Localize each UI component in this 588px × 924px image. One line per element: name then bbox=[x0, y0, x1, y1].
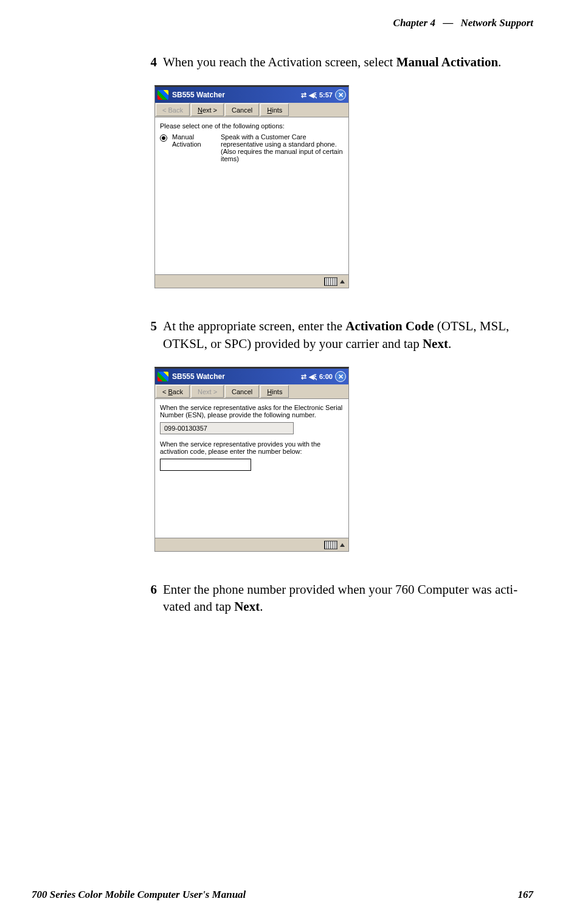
pda1-tray: ⇄ ◀ξ 5:57 ✕ bbox=[301, 89, 346, 100]
header-chapter-num: 4 bbox=[431, 17, 436, 29]
step-4-pre: When you reach the Activation screen, se… bbox=[163, 55, 396, 69]
pda2-time: 6:00 bbox=[319, 373, 333, 380]
pda2-toolbar: < Back Next > Cancel Hints bbox=[155, 384, 348, 399]
cancel-button[interactable]: Cancel bbox=[225, 103, 259, 116]
input-panel-arrow-icon[interactable] bbox=[340, 543, 345, 547]
next-button: Next > bbox=[191, 385, 224, 398]
pda-1: SB555 Watcher ⇄ ◀ξ 5:57 ✕ < Back Next > … bbox=[154, 85, 349, 288]
pda1-body: Please select one of the following optio… bbox=[155, 117, 348, 274]
step-4-post: . bbox=[498, 55, 501, 69]
step-6-num: 6 bbox=[142, 581, 157, 616]
pda1-title: SB555 Watcher bbox=[172, 91, 301, 99]
step-5-text: At the appropriate screen, enter the Act… bbox=[163, 318, 533, 352]
footer-page-number: 167 bbox=[518, 889, 534, 901]
step-4: 4 When you reach the Activation screen, … bbox=[142, 54, 533, 71]
step-6-pre: Enter the phone number provided when you… bbox=[163, 582, 517, 614]
option-label: Manual Activation bbox=[172, 133, 216, 162]
option-manual-activation[interactable]: Manual Activation Speak with a Customer … bbox=[160, 133, 344, 162]
step-5-bold2: Next bbox=[423, 336, 448, 351]
step-6-bold: Next bbox=[234, 599, 260, 614]
volume-icon[interactable]: ◀ξ bbox=[309, 373, 317, 381]
pda1-time: 5:57 bbox=[319, 91, 333, 99]
header-sep: — bbox=[443, 17, 453, 29]
step-5-post: . bbox=[448, 336, 451, 351]
esn-prompt: When the service representative asks for… bbox=[160, 404, 344, 419]
connectivity-icon[interactable]: ⇄ bbox=[301, 373, 306, 381]
pda1-toolbar: < Back Next > Cancel Hints bbox=[155, 103, 348, 117]
step-4-num: 4 bbox=[142, 54, 157, 71]
screenshot-2: SB555 Watcher ⇄ ◀ξ 6:00 ✕ < Back Next > … bbox=[154, 367, 533, 552]
step-5-pre: At the appropriate screen, enter the bbox=[163, 319, 345, 333]
start-flag-icon[interactable] bbox=[157, 90, 168, 100]
pda-2: SB555 Watcher ⇄ ◀ξ 6:00 ✕ < Back Next > … bbox=[154, 367, 349, 552]
header-chapter: Chapter bbox=[393, 17, 428, 29]
step-5: 5 At the appropriate screen, enter the A… bbox=[142, 318, 533, 352]
step-4-bold: Manual Activation bbox=[396, 55, 498, 69]
step-5-num: 5 bbox=[142, 318, 157, 352]
cancel-button[interactable]: Cancel bbox=[225, 385, 259, 398]
next-button[interactable]: Next > bbox=[191, 103, 224, 116]
pda2-tray: ⇄ ◀ξ 6:00 ✕ bbox=[301, 371, 346, 382]
activation-code-input[interactable] bbox=[160, 459, 251, 471]
pda2-bottombar bbox=[155, 538, 348, 551]
step-6-post: . bbox=[260, 599, 263, 614]
pda2-titlebar: SB555 Watcher ⇄ ◀ξ 6:00 ✕ bbox=[155, 369, 348, 384]
back-button: < Back bbox=[156, 103, 190, 116]
footer-manual-title: 700 Series Color Mobile Computer User's … bbox=[32, 889, 246, 901]
keyboard-icon[interactable] bbox=[324, 277, 337, 286]
step-5-bold1: Activation Code bbox=[345, 319, 434, 333]
pda1-titlebar: SB555 Watcher ⇄ ◀ξ 5:57 ✕ bbox=[155, 87, 348, 103]
start-flag-icon[interactable] bbox=[157, 372, 168, 381]
keyboard-icon[interactable] bbox=[324, 541, 337, 549]
step-6: 6 Enter the phone number provided when y… bbox=[142, 581, 533, 616]
hints-button[interactable]: Hints bbox=[260, 103, 289, 116]
step-6-text: Enter the phone number provided when you… bbox=[163, 581, 533, 616]
option-desc: Speak with a Customer Care representativ… bbox=[221, 133, 344, 162]
page-header: Chapter 4 — Network Support bbox=[0, 0, 588, 29]
pda2-title: SB555 Watcher bbox=[172, 372, 301, 381]
esn-value: 099-00130357 bbox=[160, 422, 294, 434]
close-icon[interactable]: ✕ bbox=[335, 89, 346, 100]
close-icon[interactable]: ✕ bbox=[335, 371, 346, 382]
screenshot-1: SB555 Watcher ⇄ ◀ξ 5:57 ✕ < Back Next > … bbox=[154, 85, 533, 288]
back-button[interactable]: < Back bbox=[156, 385, 190, 398]
connectivity-icon[interactable]: ⇄ bbox=[301, 91, 306, 99]
header-title: Network Support bbox=[461, 17, 534, 29]
step-4-text: When you reach the Activation screen, se… bbox=[163, 54, 533, 71]
volume-icon[interactable]: ◀ξ bbox=[309, 91, 317, 99]
radio-selected-icon[interactable] bbox=[160, 134, 167, 142]
activation-code-prompt: When the service representative provides… bbox=[160, 440, 344, 455]
input-panel-arrow-icon[interactable] bbox=[340, 280, 345, 283]
pda1-prompt: Please select one of the following optio… bbox=[160, 122, 344, 130]
pda1-bottombar bbox=[155, 274, 348, 288]
pda2-body: When the service representative asks for… bbox=[155, 399, 348, 538]
hints-button[interactable]: Hints bbox=[260, 385, 289, 398]
page-footer: 700 Series Color Mobile Computer User's … bbox=[0, 889, 588, 901]
